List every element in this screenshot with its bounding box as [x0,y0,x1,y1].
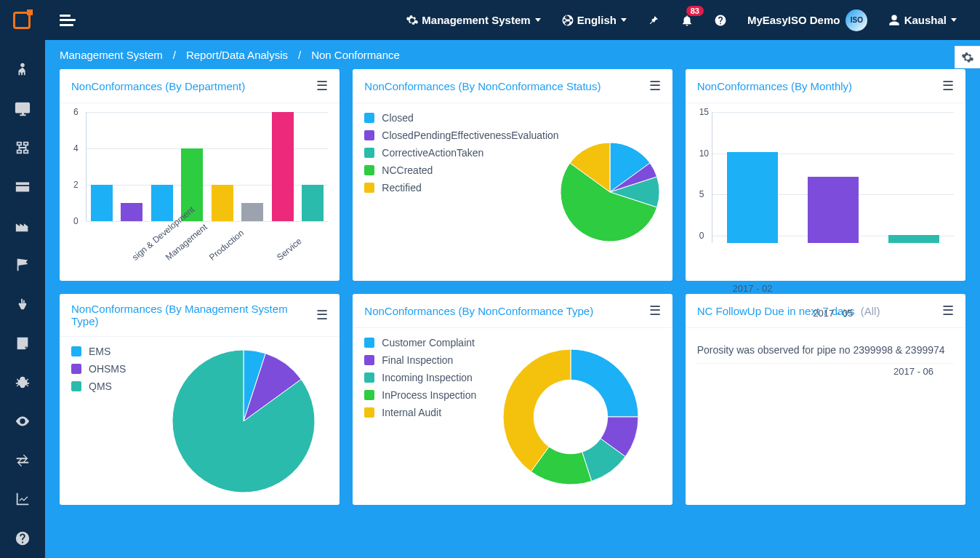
breadcrumb-level3: Non Conformance [311,49,400,61]
bar[interactable] [888,235,939,243]
bar[interactable] [212,185,233,221]
legend-item[interactable]: Rectified [364,182,558,194]
legend-item[interactable]: InProcess Inspection [364,389,481,401]
menu-toggle-icon[interactable] [60,15,76,26]
sidebar-item-flag[interactable] [0,245,45,284]
breadcrumb-level2[interactable]: Report/Data Analysis [186,49,288,61]
sidebar-item-eye[interactable] [0,402,45,441]
legend-item[interactable]: OHSMS [71,363,158,375]
panel-menu-button[interactable]: ☰ [649,303,661,319]
chevron-down-icon [621,18,627,22]
management-system-label: Management System [422,14,530,26]
legend-label: OHSMS [89,363,126,375]
legend-label: Internal Audit [382,407,441,418]
followup-item[interactable]: Porosity was observed for pipe no 239999… [697,337,954,364]
topbar: Management System English 83 MyEasyISO D… [0,0,980,40]
panel-menu-button[interactable]: ☰ [649,78,661,94]
donut-hole [534,379,608,453]
panel-menu-button[interactable]: ☰ [942,78,954,94]
panel-title: NonConformances (By Department) [71,80,245,92]
legend-item[interactable]: CorrectiveActionTaken [364,147,558,159]
legend-item[interactable]: QMS [71,380,158,392]
sidebar-item-bug[interactable] [0,363,45,402]
bar[interactable] [808,177,859,243]
chevron-down-icon [535,18,541,22]
legend-swatch [364,355,374,365]
gear-icon [406,14,419,27]
panel-menu-button[interactable]: ☰ [316,307,328,323]
language-label: English [577,14,616,26]
panel-title: NonConformances (By NonConformance Type) [364,305,593,317]
panel-by-mstype: NonConformances (By Management System Ty… [60,294,340,505]
legend-label: ClosedPendingEffectivenessEvaluation [382,129,558,141]
app-logo[interactable] [13,12,31,29]
sidebar-item-transfer[interactable] [0,441,45,480]
tenant-label: MyEasyISO Demo [747,14,840,26]
bar[interactable] [727,152,778,243]
gear-icon [961,51,974,64]
panel-menu-button[interactable]: ☰ [316,78,328,94]
legend-label: EMS [89,346,111,357]
main-content: Management System / Report/Data Analysis… [45,40,980,558]
management-system-dropdown[interactable]: Management System [395,0,550,40]
panel-by-department: NonConformances (By Department) ☰ 0246si… [60,69,340,281]
bar[interactable] [121,203,142,221]
globe-icon [561,14,574,27]
sidebar-item-chart[interactable] [0,480,45,519]
help-button[interactable] [704,0,737,40]
bar[interactable] [151,185,173,221]
tenant-avatar: ISO [846,9,867,31]
legend-item[interactable]: ClosedPendingEffectivenessEvaluation [364,129,558,141]
bar[interactable] [272,112,294,221]
sidebar [0,40,45,558]
x-tick: 2017 - 05 [799,308,867,319]
legend-item[interactable]: Internal Audit [364,407,481,418]
legend-swatch [71,381,81,391]
legend-item[interactable]: EMS [71,346,158,357]
sidebar-item-industry[interactable] [0,207,45,246]
sidebar-item-workflow[interactable] [0,128,45,167]
panel-menu-button[interactable]: ☰ [942,303,954,319]
legend-item[interactable]: Final Inspection [364,354,481,366]
sidebar-item-help[interactable] [0,519,45,558]
legend-swatch [364,183,374,193]
legend-label: Closed [382,112,414,124]
panel-title: NonConformances (By Management System Ty… [71,303,316,327]
legend-label: Rectified [382,182,421,194]
sidebar-item-note[interactable] [0,324,45,363]
legend-swatch [364,390,374,400]
sidebar-item-card[interactable] [0,167,45,207]
legend-label: Incoming Inspection [382,372,473,383]
panel-followup: NC FollowUp Due in next 7 days (All) ☰ P… [686,294,965,505]
legend-swatch [71,364,81,374]
notifications-button[interactable]: 83 [670,0,704,40]
mstype-legend: EMSOHSMSQMS [71,346,158,496]
sidebar-item-person[interactable] [0,50,45,89]
legend-item[interactable]: Incoming Inspection [364,372,481,383]
tenant-dropdown[interactable]: MyEasyISO Demo ISO [737,0,878,40]
status-legend: ClosedClosedPendingEffectivenessEvaluati… [364,112,558,272]
language-dropdown[interactable]: English [551,0,637,40]
bar[interactable] [302,185,324,221]
bar[interactable] [241,203,263,221]
legend-item[interactable]: NCCreated [364,164,558,176]
breadcrumb-separator: / [298,49,301,61]
pin-button[interactable] [637,0,670,40]
legend-item[interactable]: Closed [364,112,558,124]
legend-item[interactable]: Customer Complaint [364,337,481,348]
settings-tab[interactable] [955,46,980,68]
panel-title: NonConformances (By NonConformance Statu… [364,80,601,92]
sidebar-item-monitor[interactable] [0,89,45,129]
bar[interactable] [91,185,113,221]
user-dropdown[interactable]: Kaushal [877,0,967,40]
legend-swatch [364,130,374,140]
x-tick: Production [207,228,246,263]
y-tick: 2 [73,180,79,190]
legend-label: NCCreated [382,164,433,176]
sidebar-item-pointer[interactable] [0,284,45,324]
user-label: Kaushal [904,14,947,26]
legend-swatch [364,338,374,348]
breadcrumb-level1[interactable]: Management System [60,49,163,61]
x-tick: Service [275,236,304,262]
legend-label: InProcess Inspection [382,389,476,401]
